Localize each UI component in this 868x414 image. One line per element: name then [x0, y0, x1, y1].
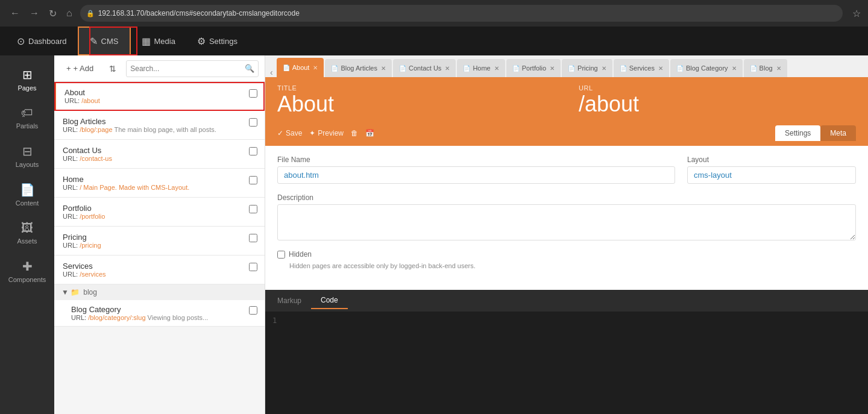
url-text: 192.168.31.70/backend/cms#secondarytab-c…: [98, 9, 300, 17]
meta-tab[interactable]: Meta: [820, 125, 856, 141]
tab-blog-icon: 📄: [750, 65, 757, 72]
tab-services-label: Services: [629, 64, 655, 72]
markup-tab[interactable]: Markup: [268, 293, 311, 309]
page-about-url: URL: /about: [64, 97, 244, 104]
tab-pricing[interactable]: 📄 Pricing ✕: [562, 59, 612, 77]
page-item-portfolio[interactable]: Portfolio URL: /portfolio: [54, 198, 265, 227]
page-item-services[interactable]: Services URL: /services: [54, 256, 265, 284]
content-sidebar-label: Content: [16, 199, 39, 207]
page-home-url: URL: / Main Page. Made with CMS-Layout.: [63, 184, 244, 191]
sidebar-item-assets[interactable]: 🖼 Assets: [0, 215, 54, 251]
blog-group-header: ▼ 📁 blog: [61, 288, 257, 296]
page-header-actions: ✓ Save ✦ Preview 🗑 📅: [277, 121, 856, 146]
tab-about-close[interactable]: ✕: [313, 64, 318, 71]
search-container[interactable]: 🔍: [126, 60, 259, 77]
page-item-about[interactable]: About URL: /about: [54, 82, 265, 111]
tab-blog-close[interactable]: ✕: [776, 65, 781, 72]
page-pricing-url: URL: /pricing: [63, 242, 244, 249]
page-home-name: Home: [63, 175, 244, 184]
tab-blog-category-close[interactable]: ✕: [732, 65, 737, 72]
left-sidebar: ⊞ Pages 🏷 Partials ⊟ Layouts 📄 Content 🖼…: [0, 55, 54, 414]
main-layout: ⊞ Pages 🏷 Partials ⊟ Layouts 📄 Content 🖼…: [0, 55, 868, 414]
tab-home[interactable]: 📄 Home ✕: [457, 59, 505, 77]
sort-button[interactable]: ⇅: [104, 61, 121, 77]
page-portfolio-checkbox[interactable]: [249, 205, 257, 213]
page-item-blog-articles[interactable]: Blog Articles URL: /blog/:page The main …: [54, 111, 265, 140]
tab-portfolio-close[interactable]: ✕: [550, 65, 555, 72]
home-button[interactable]: ⌂: [63, 7, 75, 20]
preview-button[interactable]: ✦ Preview: [309, 129, 344, 137]
page-item-pricing[interactable]: Pricing URL: /pricing: [54, 227, 265, 256]
page-item-contact-us[interactable]: Contact Us URL: /contact-us: [54, 140, 265, 169]
tab-portfolio[interactable]: 📄 Portfolio ✕: [506, 59, 561, 77]
sidebar-item-layouts[interactable]: ⊟ Layouts: [0, 138, 54, 174]
page-about-checkbox[interactable]: [249, 89, 257, 98]
tab-contact-us[interactable]: 📄 Contact Us ✕: [393, 59, 456, 77]
bookmark-icon[interactable]: ☆: [852, 8, 861, 19]
tab-blog-articles[interactable]: 📄 Blog Articles ✕: [325, 59, 392, 77]
sidebar-item-content[interactable]: 📄 Content: [0, 177, 54, 213]
page-blog-category-checkbox[interactable]: [249, 306, 257, 315]
page-pricing-checkbox[interactable]: [249, 234, 257, 242]
tab-blog-articles-close[interactable]: ✕: [381, 65, 386, 72]
hidden-checkbox[interactable]: [277, 251, 285, 259]
form-row-description: Description: [277, 193, 856, 240]
page-pricing-name: Pricing: [63, 233, 244, 242]
search-input[interactable]: [130, 64, 245, 73]
add-page-button[interactable]: + + Add: [60, 61, 99, 76]
code-tab[interactable]: Code: [311, 292, 348, 309]
page-item-home[interactable]: Home URL: / Main Page. Made with CMS-Lay…: [54, 169, 265, 198]
layout-input[interactable]: [687, 166, 856, 184]
address-bar[interactable]: 🔒 192.168.31.70/backend/cms#secondarytab…: [80, 5, 843, 22]
filename-label: File Name: [277, 155, 675, 164]
settings-tab[interactable]: Settings: [775, 125, 820, 141]
components-icon: ✚: [22, 259, 33, 274]
save-label: Save: [286, 129, 302, 137]
save-button[interactable]: ✓ Save: [277, 129, 302, 137]
tab-contact-us-close[interactable]: ✕: [445, 65, 450, 72]
tabs-collapse-icon[interactable]: ‹: [268, 67, 275, 77]
delete-button[interactable]: 🗑: [351, 129, 358, 137]
dashboard-nav[interactable]: ⊙ Dashboard: [6, 27, 78, 55]
tab-contact-us-icon: 📄: [399, 65, 406, 72]
page-about-name: About: [64, 88, 244, 97]
partials-sidebar-label: Partials: [16, 122, 39, 130]
tab-services-close[interactable]: ✕: [658, 65, 663, 72]
title-label: TITLE: [277, 84, 555, 92]
page-item-blog-category[interactable]: Blog Category URL: /blog/category/:slug …: [54, 300, 265, 327]
settings-meta-tabs: Settings Meta: [775, 125, 856, 141]
tab-services[interactable]: 📄 Services ✕: [614, 59, 669, 77]
tab-about[interactable]: 📄 About ✕: [277, 58, 324, 77]
page-item-services-content: Services URL: /services: [63, 262, 244, 278]
cms-nav[interactable]: ✎ CMS: [78, 27, 131, 55]
tab-blog-category[interactable]: 📄 Blog Category ✕: [670, 59, 743, 77]
code-content[interactable]: [284, 316, 861, 410]
back-button[interactable]: ←: [7, 7, 23, 20]
dashboard-label: Dashboard: [28, 37, 67, 46]
sidebar-item-components[interactable]: ✚ Components: [0, 253, 54, 289]
url-section: URL /about: [579, 84, 856, 117]
tab-blog[interactable]: 📄 Blog ✕: [744, 59, 787, 77]
page-blog-articles-checkbox[interactable]: [249, 118, 257, 127]
media-nav[interactable]: ▦ Media: [131, 27, 186, 55]
reload-button[interactable]: ↻: [46, 7, 60, 20]
tab-portfolio-label: Portfolio: [522, 64, 546, 72]
cms-icon: ✎: [90, 36, 98, 47]
sidebar-item-partials[interactable]: 🏷 Partials: [0, 100, 54, 136]
filename-input[interactable]: [277, 166, 675, 184]
description-input[interactable]: [277, 204, 856, 240]
code-editor[interactable]: 1: [265, 312, 868, 415]
title-section: TITLE About: [277, 84, 555, 117]
tab-home-close[interactable]: ✕: [494, 65, 499, 72]
page-blog-articles-name: Blog Articles: [63, 117, 244, 126]
forward-button[interactable]: →: [27, 7, 42, 20]
sidebar-item-pages[interactable]: ⊞ Pages: [0, 61, 54, 98]
settings-nav[interactable]: ⚙ Settings: [186, 27, 248, 55]
calendar-button[interactable]: 📅: [365, 129, 374, 137]
page-home-checkbox[interactable]: [249, 176, 257, 184]
pages-toolbar: + + Add ⇅ 🔍: [54, 55, 265, 82]
assets-icon: 🖼: [21, 221, 33, 235]
page-contact-checkbox[interactable]: [249, 147, 257, 155]
page-services-checkbox[interactable]: [249, 263, 257, 271]
tab-pricing-close[interactable]: ✕: [602, 65, 606, 72]
